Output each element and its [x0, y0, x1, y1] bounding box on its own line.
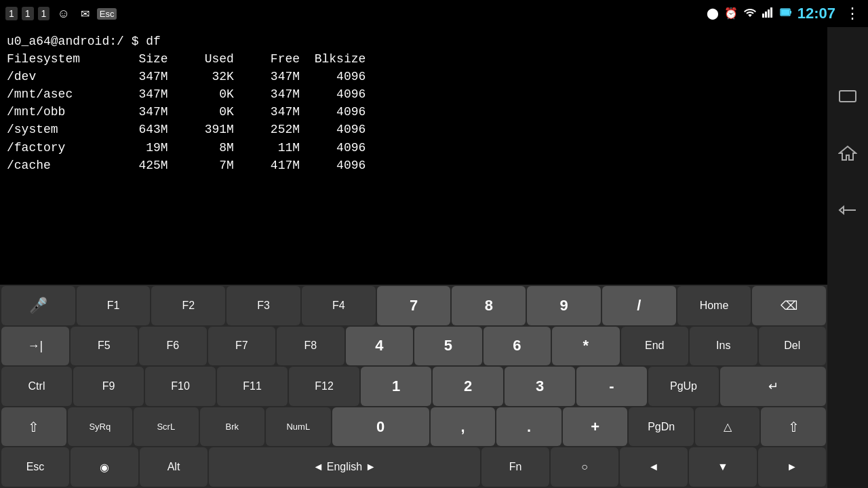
key-shift-left[interactable]: ⇧	[1, 407, 66, 447]
key-0[interactable]: 0	[332, 407, 429, 447]
key-6[interactable]: 6	[484, 327, 551, 366]
key-right-arrow[interactable]: ►	[758, 447, 826, 487]
right-nav	[827, 27, 868, 488]
key-up-arrow[interactable]: △	[695, 407, 760, 447]
key-end[interactable]: End	[621, 327, 689, 366]
terminal-line-2: /dev 347M 32K 347M 4096	[7, 68, 821, 85]
svg-rect-0	[762, 14, 764, 18]
key-alt[interactable]: Alt	[140, 447, 208, 487]
key-fn[interactable]: Fn	[481, 447, 549, 487]
key-del[interactable]: Del	[759, 327, 827, 366]
svg-rect-2	[768, 9, 770, 18]
keyboard-row-5: Esc ◉ Alt ◄ English ► Fn ○ ◄ ▼ ►	[0, 446, 827, 488]
key-plus[interactable]: +	[563, 407, 628, 447]
battery-icon	[780, 7, 792, 21]
signal-icon	[762, 7, 774, 21]
notif-smiley: ☺	[54, 5, 73, 22]
key-ctrl[interactable]: Ctrl	[1, 367, 72, 406]
keyboard-row-3: Ctrl F9 F10 F11 F12 1 2 3 - PgUp ↵	[0, 365, 827, 406]
key-circle[interactable]: ○	[551, 447, 618, 487]
notif-1: 1	[5, 7, 18, 20]
nav-home[interactable]	[833, 138, 863, 168]
key-7[interactable]: 7	[377, 286, 451, 325]
key-tab[interactable]: →|	[1, 327, 69, 366]
terminal-line-0: u0_a64@android:/ $ df	[7, 33, 821, 50]
key-8[interactable]: 8	[452, 286, 526, 325]
notif-2: 1	[22, 7, 34, 20]
key-pgup[interactable]: PgUp	[648, 367, 719, 406]
key-settings[interactable]: ◉	[71, 447, 138, 487]
key-f8[interactable]: F8	[277, 327, 344, 366]
key-f3[interactable]: F3	[226, 286, 300, 325]
key-left-arrow[interactable]: ◄	[620, 447, 688, 487]
key-language[interactable]: ◄ English ►	[209, 447, 480, 487]
key-ins[interactable]: Ins	[690, 327, 757, 366]
svg-rect-6	[781, 9, 789, 15]
key-f12[interactable]: F12	[289, 367, 359, 406]
key-slash[interactable]: /	[602, 286, 676, 325]
key-mic[interactable]: 🎤	[1, 286, 75, 325]
key-f11[interactable]: F11	[217, 367, 288, 406]
key-shift-right[interactable]: ⇧	[761, 407, 826, 447]
bluetooth-icon: ⬤	[707, 7, 719, 20]
alarm-icon: ⏰	[724, 7, 738, 20]
key-f4[interactable]: F4	[302, 286, 376, 325]
keyboard-row-2: →| F5 F6 F7 F8 4 5 6 * End Ins Del	[0, 325, 827, 366]
keyboard: 🎤 F1 F2 F3 F4 7 8 9 / Home ⌫ →| F5 F6 F7…	[0, 285, 827, 488]
key-comma[interactable]: ,	[431, 407, 496, 447]
key-f6[interactable]: F6	[139, 327, 207, 366]
notif-bar: 1 1 1 ☺ ✉ Esc	[0, 0, 117, 27]
nav-recent-apps[interactable]	[833, 81, 863, 111]
terminal-line-3: /mnt/asec 347M 0K 347M 4096	[7, 85, 821, 103]
key-2[interactable]: 2	[433, 367, 503, 406]
key-3[interactable]: 3	[505, 367, 575, 406]
terminal-line-7: /cache 425M 7M 417M 4096	[7, 157, 821, 174]
terminal-line-5: /system 643M 391M 252M 4096	[7, 121, 821, 138]
key-backspace[interactable]: ⌫	[752, 286, 826, 325]
key-f7[interactable]: F7	[208, 327, 276, 366]
terminal-line-4: /mnt/obb 347M 0K 347M 4096	[7, 103, 821, 121]
svg-rect-5	[790, 11, 791, 14]
key-f9[interactable]: F9	[73, 367, 144, 406]
key-f5[interactable]: F5	[71, 327, 138, 366]
svg-rect-3	[770, 7, 772, 18]
notif-esc: Esc	[97, 8, 117, 20]
terminal-line-6: /factory 19M 8M 11M 4096	[7, 139, 821, 157]
key-brk[interactable]: Brk	[200, 407, 265, 447]
keyboard-row-1: 🎤 F1 F2 F3 F4 7 8 9 / Home ⌫	[0, 285, 827, 325]
key-9[interactable]: 9	[527, 286, 601, 325]
key-dot[interactable]: .	[496, 407, 561, 447]
key-scrl[interactable]: ScrL	[134, 407, 199, 447]
keyboard-row-4: ⇧ SyRq ScrL Brk NumL 0 , . + PgDn △ ⇧	[0, 406, 827, 447]
key-f1[interactable]: F1	[77, 286, 151, 325]
key-esc[interactable]: Esc	[1, 447, 69, 487]
key-pgdn[interactable]: PgDn	[629, 407, 694, 447]
key-4[interactable]: 4	[346, 327, 414, 366]
wifi-icon	[743, 7, 757, 21]
key-enter[interactable]: ↵	[720, 367, 826, 406]
svg-rect-7	[840, 91, 856, 102]
status-bar: ⬤ ⏰ 12:07 ⋮	[732, 0, 868, 27]
terminal-line-1: Filesystem Size Used Free Blksize	[7, 50, 821, 68]
key-minus[interactable]: -	[576, 367, 647, 406]
key-f2[interactable]: F2	[151, 286, 225, 325]
key-1[interactable]: 1	[361, 367, 431, 406]
key-numl[interactable]: NumL	[266, 407, 331, 447]
key-down-arrow[interactable]: ▼	[689, 447, 757, 487]
notif-3: 1	[38, 7, 50, 20]
svg-rect-1	[765, 12, 767, 18]
key-5[interactable]: 5	[414, 327, 482, 366]
nav-back[interactable]	[833, 195, 863, 225]
key-sysrq[interactable]: SyRq	[68, 407, 133, 447]
key-f10[interactable]: F10	[145, 367, 216, 406]
overflow-menu[interactable]: ⋮	[845, 5, 860, 23]
key-home[interactable]: Home	[677, 286, 751, 325]
clock: 12:07	[797, 5, 835, 22]
terminal-output: u0_a64@android:/ $ dfFilesystem Size Use…	[0, 27, 827, 285]
notif-mail: ✉	[77, 6, 93, 22]
key-asterisk[interactable]: *	[552, 327, 620, 366]
